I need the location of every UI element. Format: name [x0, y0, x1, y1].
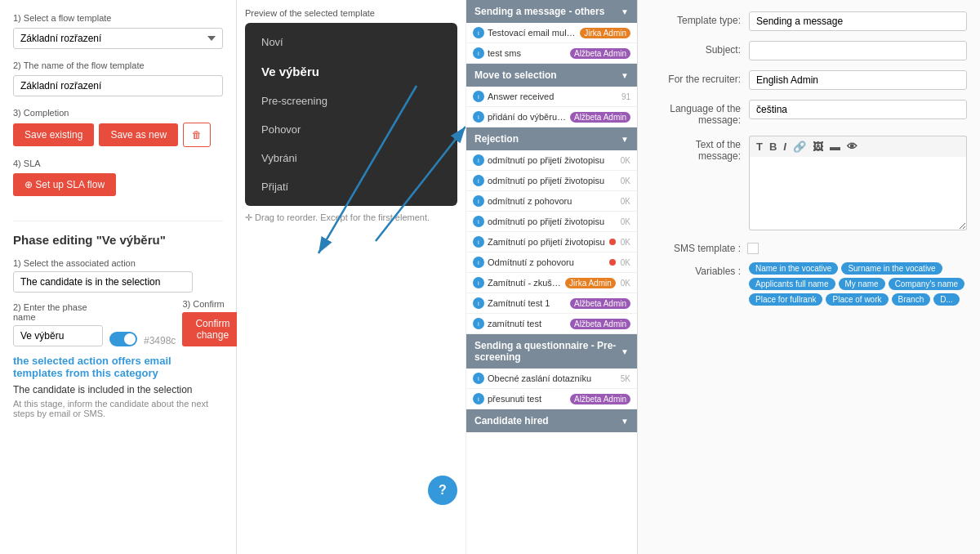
tl-item[interactable]: i Zamítnutí - zkušenosti Jirka Admin 0K [466, 273, 637, 293]
tl-item-icon: i [473, 154, 484, 166]
toggle-knob [124, 333, 136, 345]
subject-label: Subject: [651, 41, 741, 56]
phase-action-select[interactable]: The candidate is in the selection [13, 271, 193, 293]
middle-section: Preview of the selected template Noví Ve… [237, 0, 466, 554]
text-editor-container: T B I 🔗 🖼 ▬ 👁 [749, 136, 967, 233]
flow-template-select[interactable]: Základní rozřazení [13, 28, 223, 49]
recruiter-row: For the recruiter: [651, 70, 967, 90]
tl-item[interactable]: i zamítnutí test Alžbeta Admin [466, 314, 637, 334]
template-item-prescreening[interactable]: Pre-screening [245, 87, 457, 115]
tl-item-name: odmítnutí po přijetí životopisu [488, 176, 616, 185]
tl-section-move-selection[interactable]: Move to selection ▼ [466, 64, 637, 87]
text-toolbar: T B I 🔗 🖼 ▬ 👁 [749, 136, 967, 157]
save-existing-button[interactable]: Save existing [13, 123, 94, 146]
tl-item-icon: i [473, 297, 484, 309]
var-chip-more[interactable]: D... [933, 293, 960, 306]
tl-num: 0K [621, 238, 630, 247]
tl-item[interactable]: i odmítnutí po přijetí životopisu 0K [466, 150, 637, 171]
tl-item[interactable]: i Zamítnutí po přijetí životopisu 0K [466, 232, 637, 252]
tl-dot-red [609, 259, 616, 266]
variables-label: Variables : [651, 262, 741, 277]
language-input[interactable] [749, 100, 967, 119]
tl-item-icon: i [473, 393, 484, 404]
tl-num: 5K [621, 374, 630, 383]
message-textarea[interactable] [749, 157, 967, 230]
recruiter-label: For the recruiter: [651, 70, 741, 85]
template-type-input[interactable] [749, 11, 967, 31]
tl-section-sending-others[interactable]: Sending a message - others ▼ [466, 0, 637, 23]
variables-chips: Name in the vocative Surname in the voca… [749, 262, 967, 306]
image-icon[interactable]: 🖼 [813, 141, 823, 153]
subject-input[interactable] [749, 41, 967, 60]
phase-step3-label: 3) Confirm [182, 299, 243, 309]
template-item-pohovor[interactable]: Pohovor [245, 115, 457, 144]
template-type-label: Template type: [651, 11, 741, 26]
tl-num: 0K [621, 217, 630, 226]
tl-item-name: Odmítnutí z pohovoru [488, 257, 606, 267]
var-chip-name-vocative[interactable]: Name in the vocative [749, 262, 838, 275]
sms-row: SMS template : [651, 243, 967, 254]
link-icon[interactable]: 🔗 [793, 141, 806, 153]
var-chip-branch[interactable]: Branch [892, 293, 931, 306]
tl-item-icon: i [473, 318, 484, 329]
save-new-button[interactable]: Save as new [99, 123, 178, 146]
tl-item[interactable]: i Odmítnutí z pohovoru 0K [466, 252, 637, 273]
phase-name-input[interactable] [13, 325, 103, 346]
var-chip-place-work[interactable]: Place of work [826, 293, 888, 306]
tl-section-candidate-hired[interactable]: Candidate hired ▼ [466, 409, 637, 432]
tl-item-name: přesunuti test [488, 394, 567, 404]
tl-item[interactable]: i přidání do výběru - test Alžbeta Admin [466, 107, 637, 127]
chevron-down-icon-2: ▼ [621, 135, 629, 144]
template-item-prijati[interactable]: Přijatí [245, 172, 457, 201]
sla-button[interactable]: ⊕ Set up SLA flow [13, 173, 116, 196]
sms-checkbox[interactable] [747, 243, 759, 254]
layout-icon[interactable]: ▬ [830, 141, 840, 153]
tl-item-icon: i [473, 277, 484, 288]
template-item-vyvberu[interactable]: Ve výběru [245, 56, 457, 87]
tl-badge-jirka: Jirka Admin [580, 28, 630, 38]
tl-item[interactable]: i Zamítnutí test 1 Alžbeta Admin [466, 293, 637, 314]
tl-num: 91 [621, 92, 630, 101]
var-chip-place-fullrank[interactable]: Place for fullrank [749, 293, 822, 306]
language-label: Language of the message: [651, 100, 741, 126]
tl-item-icon: i [473, 111, 484, 123]
template-list-panel: Sending a message - others ▼ i Testovací… [466, 0, 637, 554]
var-chip-full-name[interactable]: Applicants full name [749, 278, 835, 290]
tl-item[interactable]: i Obecné zaslání dotazníku 5K [466, 369, 637, 389]
flow-template-name-input[interactable] [13, 75, 223, 96]
step3-label: 3) Completion [13, 108, 223, 118]
tl-item[interactable]: i odmítnutí po přijetí životopisu 0K [466, 212, 637, 232]
template-type-row: Template type: [651, 11, 967, 31]
variables-row: Variables : Name in the vocative Surname… [651, 262, 967, 306]
tl-num: 0K [621, 156, 630, 165]
preview-icon[interactable]: 👁 [847, 141, 858, 153]
tl-item-name: Obecné zaslání dotazníku [488, 373, 616, 383]
tl-section-label-0: Sending a message - others [474, 6, 604, 17]
tl-item[interactable]: i test sms Alžbeta Admin [466, 43, 637, 64]
action-alert: the selected action offers email templat… [13, 355, 223, 379]
tl-item[interactable]: i Testovací email multibrand loga Jirka … [466, 23, 637, 43]
tl-dot-red [609, 239, 616, 245]
var-chip-my-name[interactable]: My name [839, 278, 885, 290]
bold-icon[interactable]: T [756, 141, 763, 153]
bold-b-icon[interactable]: B [769, 141, 777, 153]
recruiter-input[interactable] [749, 70, 967, 90]
tl-item-icon: i [473, 47, 484, 59]
tl-section-questionnaire[interactable]: Sending a questionnaire - Pre-screening … [466, 334, 637, 369]
phase-toggle[interactable] [109, 332, 137, 346]
var-chip-surname-vocative[interactable]: Surname in the vocative [841, 262, 942, 275]
tl-item[interactable]: i odmítnutí po přijetí životopisu 0K [466, 171, 637, 191]
delete-button[interactable]: 🗑 [183, 123, 211, 147]
tl-item[interactable]: i odmítnutí z pohovoru 0K [466, 191, 637, 212]
tl-item[interactable]: i Answer received 91 [466, 87, 637, 107]
tl-item[interactable]: i přesunuti test Alžbeta Admin [466, 389, 637, 409]
chevron-down-icon-3: ▼ [621, 347, 629, 356]
var-chip-company[interactable]: Company's name [889, 278, 965, 290]
confirm-change-button[interactable]: Confirm change [182, 312, 243, 346]
tl-item-icon: i [473, 27, 484, 38]
tl-section-rejection[interactable]: Rejection ▼ [466, 127, 637, 150]
italic-icon[interactable]: I [783, 141, 786, 153]
template-item-vybrani[interactable]: Vybráni [245, 144, 457, 172]
template-item-novi[interactable]: Noví [245, 28, 457, 56]
help-button[interactable]: ? [428, 476, 457, 505]
